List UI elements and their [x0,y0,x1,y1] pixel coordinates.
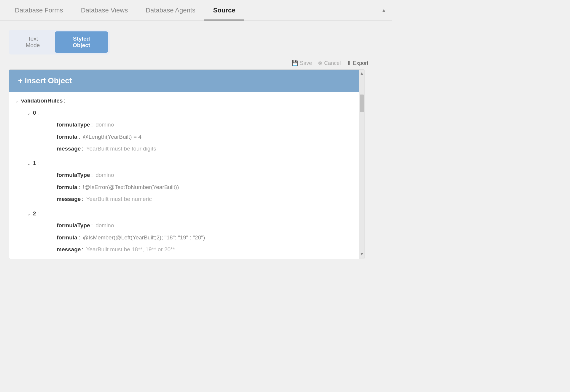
tree-row-formulatype-2: formulaType : domino [9,220,364,232]
chevron-item-0[interactable]: ⌄ [27,110,31,116]
tree-row-item-1: ⌄ 1 : [9,157,364,169]
tree-row-message-0: message : YearBuilt must be four digits [9,143,364,155]
tab-source[interactable]: Source [204,0,244,20]
tree-content: ⌄ validationRules : ⌄ 0 : formulaType : … [9,92,364,259]
tree-row-formula-1: formula : !@IsError(@TextToNumber(YearBu… [9,181,364,193]
text-mode-button[interactable]: Text Mode [11,31,55,53]
styled-object-button[interactable]: Styled Object [55,31,108,53]
tab-database-forms[interactable]: Database Forms [6,0,72,20]
tab-bar: Database Forms Database Views Database A… [0,0,392,21]
chevron-item-1[interactable]: ⌄ [27,161,31,167]
chevron-item-2[interactable]: ⌄ [27,211,31,217]
tab-database-agents[interactable]: Database Agents [137,0,204,20]
cancel-icon: ⊗ [318,60,322,66]
save-button[interactable]: 💾 Save [292,60,312,66]
tab-database-views[interactable]: Database Views [72,0,137,20]
tree-row-validation-rules: ⌄ validationRules : [9,95,364,107]
main-content: Text Mode Styled Object 💾 Save ⊗ Cancel … [0,21,392,265]
export-icon: ⬆ [347,60,351,66]
tree-row-message-1: message : YearBuilt must be numeric [9,193,364,205]
mode-button-group: Text Mode Styled Object [9,30,110,55]
toolbar: 💾 Save ⊗ Cancel ⬆ Export [9,60,386,66]
insert-object-header[interactable]: + Insert Object [9,70,364,92]
tree-row-formulatype-1: formulaType : domino [9,169,364,181]
save-icon: 💾 [292,60,298,66]
tree-row-item-0: ⌄ 0 : [9,107,364,119]
cancel-button[interactable]: ⊗ Cancel [318,60,341,66]
scroll-thumb[interactable] [360,95,364,112]
scroll-up-button[interactable]: ▲ [359,70,365,77]
tree-row-formula-0: formula : @Length(YearBuilt) = 4 [9,131,364,143]
tree-row-item-2: ⌄ 2 : [9,208,364,220]
scroll-up-arrow[interactable]: ▲ [381,8,386,13]
export-button[interactable]: ⬆ Export [347,60,368,66]
tree-row-message-2: message : YearBuilt must be 18**, 19** o… [9,244,364,256]
tree-row-formula-2: formula : @IsMember(@Left(YearBuilt;2); … [9,232,364,244]
scrollbar[interactable]: ▲ ▼ [359,70,364,259]
scroll-down-button[interactable]: ▼ [359,250,365,257]
tree-row-formulatype-0: formulaType : domino [9,119,364,131]
editor-panel: + Insert Object ▲ ▼ ⌄ validationRules : … [9,69,365,259]
chevron-validation-rules[interactable]: ⌄ [15,98,19,104]
